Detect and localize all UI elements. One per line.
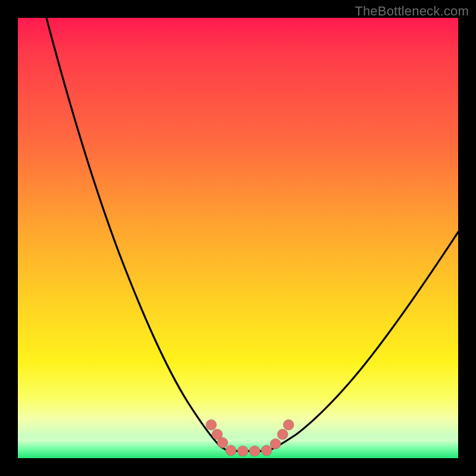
- marker-point: [249, 446, 260, 456]
- marker-point: [270, 439, 281, 449]
- curve-layer: [18, 18, 458, 458]
- marker-point: [277, 429, 288, 440]
- watermark-text: TheBottleneck.com: [355, 4, 469, 19]
- chart-plot-area: [18, 18, 458, 458]
- left-curve-path: [46, 18, 229, 451]
- chart-frame: TheBottleneck.com: [0, 0, 476, 476]
- marker-point: [283, 419, 294, 430]
- marker-point: [237, 446, 248, 456]
- marker-point: [261, 445, 272, 456]
- marker-point: [226, 445, 236, 456]
- marker-point: [206, 419, 217, 430]
- marker-group: [206, 419, 294, 456]
- marker-point: [217, 437, 228, 448]
- right-curve-path: [268, 232, 458, 451]
